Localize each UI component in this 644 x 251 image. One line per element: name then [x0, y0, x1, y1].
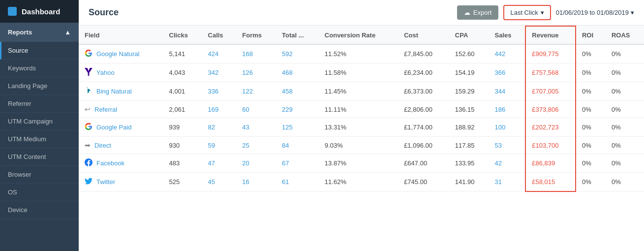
cell-forms: 20 — [236, 154, 276, 173]
sidebar-item-utm-content[interactable]: UTM Content — [0, 148, 79, 166]
source-icon — [85, 87, 92, 96]
cell-cost: £6,373.00 — [398, 82, 449, 101]
source-table: Field Clicks Calls Forms Total ... Conve… — [79, 26, 644, 192]
cell-sales: 186 — [489, 101, 526, 118]
source-name[interactable]: Yahoo — [96, 69, 115, 76]
cell-calls: 169 — [202, 101, 237, 118]
cell-clicks: 4,043 — [163, 63, 202, 82]
source-name[interactable]: Google Paid — [96, 124, 132, 131]
cell-sales: 100 — [489, 118, 526, 137]
table-row: Bing Natural 4,001 336 122 458 11.45% £6… — [79, 82, 644, 101]
cell-forms: 16 — [236, 173, 276, 191]
reports-label: Reports — [8, 29, 32, 36]
cell-calls: 424 — [202, 44, 237, 63]
cell-calls: 47 — [202, 154, 237, 173]
cell-cost: £745.00 — [398, 173, 449, 191]
source-icon — [85, 123, 92, 132]
col-header-revenue: Revenue — [525, 26, 576, 44]
cell-conversion-rate: 11.45% — [319, 82, 398, 101]
cell-roas: 0% — [606, 173, 644, 191]
cell-revenue: £373,806 — [525, 101, 576, 118]
cell-sales: 42 — [489, 154, 526, 173]
cell-calls: 45 — [202, 173, 237, 191]
col-header-roas: ROAS — [606, 26, 644, 44]
main-content: Source ☁ Export Last Click ▾ 01/06/2019 … — [79, 0, 644, 251]
cell-revenue: £103,700 — [525, 137, 576, 154]
source-icon: ↩ — [85, 105, 91, 113]
cell-total: 458 — [276, 82, 319, 101]
cell-conversion-rate: 11.52% — [319, 44, 398, 63]
cell-cpa: 136.15 — [449, 101, 489, 118]
source-icon — [85, 177, 92, 187]
export-button[interactable]: ☁ Export — [457, 5, 499, 20]
cell-total: 592 — [276, 44, 319, 63]
cell-cpa: 159.29 — [449, 82, 489, 101]
cell-conversion-rate: 13.31% — [319, 118, 398, 137]
cell-cost: £647.00 — [398, 154, 449, 173]
cell-cpa: 133.95 — [449, 154, 489, 173]
page-title: Source — [89, 7, 119, 18]
cell-calls: 82 — [202, 118, 237, 137]
cell-total: 84 — [276, 137, 319, 154]
cell-source: Google Paid — [79, 118, 163, 137]
sidebar-item-landing-page[interactable]: Landing Page — [0, 77, 79, 95]
date-range-picker[interactable]: 01/06/2019 to 01/08/2019 ▾ — [556, 9, 634, 16]
cell-revenue: £909,775 — [525, 44, 576, 63]
cell-source: ➡ Direct — [79, 137, 163, 154]
cell-total: 125 — [276, 118, 319, 137]
cell-roi: 0% — [576, 137, 606, 154]
cell-roas: 0% — [606, 101, 644, 118]
cell-roas: 0% — [606, 118, 644, 137]
sidebar-item-device[interactable]: Device — [0, 201, 79, 219]
cell-revenue: £757,568 — [525, 63, 576, 82]
sidebar-item-utm-campaign[interactable]: UTM Campaign — [0, 113, 79, 130]
reports-section[interactable]: Reports ▲ — [0, 23, 79, 42]
sidebar-header[interactable]: Dashboard — [0, 0, 79, 23]
cell-forms: 25 — [236, 137, 276, 154]
source-name[interactable]: Referral — [94, 106, 117, 113]
col-header-calls: Calls — [202, 26, 237, 44]
source-icon — [85, 158, 92, 168]
cell-clicks: 4,001 — [163, 82, 202, 101]
cell-total: 61 — [276, 173, 319, 191]
source-name[interactable]: Twitter — [96, 178, 115, 186]
cell-roi: 0% — [576, 154, 606, 173]
sidebar-item-os[interactable]: OS — [0, 184, 79, 201]
cell-conversion-rate: 11.11% — [319, 101, 398, 118]
sidebar-item-keywords[interactable]: Keywords — [0, 60, 79, 77]
chevron-down-icon: ▾ — [541, 9, 544, 16]
cell-forms: 60 — [236, 101, 276, 118]
data-table-container: Field Clicks Calls Forms Total ... Conve… — [79, 26, 644, 251]
sidebar-item-referrer[interactable]: Referrer — [0, 95, 79, 113]
source-icon — [85, 68, 92, 77]
cell-roas: 0% — [606, 137, 644, 154]
cell-calls: 336 — [202, 82, 237, 101]
cell-sales: 442 — [489, 44, 526, 63]
source-icon — [85, 49, 92, 59]
cell-sales: 53 — [489, 137, 526, 154]
source-name[interactable]: Direct — [94, 142, 111, 149]
source-name[interactable]: Google Natural — [96, 50, 139, 58]
cell-cost: £1,096.00 — [398, 137, 449, 154]
cell-source: Bing Natural — [79, 82, 163, 101]
sidebar-item-source[interactable]: Source — [0, 42, 79, 60]
source-name[interactable]: Facebook — [96, 159, 124, 167]
cell-cost: £6,234.00 — [398, 63, 449, 82]
source-name[interactable]: Bing Natural — [96, 88, 132, 95]
cell-cost: £2,806.00 — [398, 101, 449, 118]
cell-roas: 0% — [606, 63, 644, 82]
sidebar-item-utm-medium[interactable]: UTM Medium — [0, 130, 79, 148]
cell-source: Google Natural — [79, 44, 163, 63]
cell-conversion-rate: 9.03% — [319, 137, 398, 154]
cell-total: 67 — [276, 154, 319, 173]
cell-clicks: 5,141 — [163, 44, 202, 63]
sidebar-item-browser[interactable]: Browser — [0, 166, 79, 184]
cell-revenue: £707,005 — [525, 82, 576, 101]
cell-conversion-rate: 11.62% — [319, 173, 398, 191]
cell-sales: 344 — [489, 82, 526, 101]
cell-roi: 0% — [576, 173, 606, 191]
cell-clicks: 939 — [163, 118, 202, 137]
cell-clicks: 930 — [163, 137, 202, 154]
table-row: Yahoo 4,043 342 126 468 11.58% £6,234.00… — [79, 63, 644, 82]
last-click-button[interactable]: Last Click ▾ — [503, 5, 551, 20]
